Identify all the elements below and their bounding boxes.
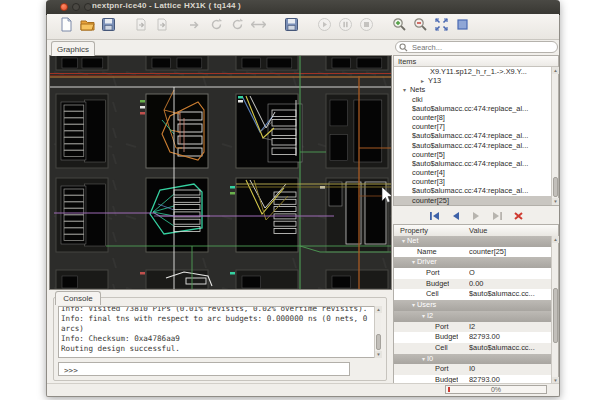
progress-label: 0% [446,386,546,393]
new-file-button[interactable] [57,17,76,36]
scroll-down-icon[interactable]: ▼ [375,351,382,358]
toolbar-group [282,17,301,36]
scroll-up-icon[interactable]: ▲ [375,306,382,313]
tree-item-label: counter[25] [412,196,449,205]
property-value: $auto$alumacc.cc... [469,289,549,300]
console-panel: Info: Visited 73810 PIPs (0.01% revisits… [53,297,387,381]
tree-item[interactable]: $auto$alumacc.cc:474:replace_al... [394,131,551,140]
property-row[interactable]: Cell$auto$alumacc.cc... [394,343,551,354]
minimize-button[interactable] [72,3,80,11]
save-image-icon [284,17,299,36]
console-input[interactable] [62,364,346,376]
property-name: Port [426,268,440,279]
property-row[interactable]: Cell$auto$alumacc.cc... [394,289,551,300]
search-box[interactable] [395,41,558,53]
app-window: nextpnr-ice40 - Lattice HX1K ( tq144 ) G… [46,0,560,397]
tree-expanded-icon[interactable]: ▾ [412,302,415,308]
go-forward-button [186,17,205,36]
tree-item[interactable]: $auto$alumacc.cc:474:replace_al... [394,104,551,113]
tree-item[interactable]: X9.Y11.sp12_h_r_1.->.X9.Y... [394,67,551,76]
scroll-up-icon[interactable]: ▲ [552,236,559,243]
next-item-button [469,210,483,222]
property-group-row[interactable]: ▾I2 [394,311,551,322]
property-panel: Property Value ▾NetNamecounter[25]▾Drive… [393,224,559,385]
zoom-out-button[interactable] [411,17,430,36]
property-column-header: Property [400,226,428,235]
tree-item[interactable]: counter[3] [394,177,551,186]
scroll-down-icon[interactable]: ▼ [552,198,559,205]
property-row[interactable]: PortI0 [394,364,551,375]
zoom-selection-button[interactable] [453,17,472,36]
console-log[interactable]: Info: Visited 73810 PIPs (0.01% revisits… [58,306,376,358]
search-input[interactable] [410,42,554,53]
tab-graphics[interactable]: Graphics [51,41,95,56]
property-row[interactable]: PortI2 [394,322,551,333]
items-scrollbar[interactable]: ▲ ▼ [551,67,558,205]
skip-first-item-button[interactable] [427,210,441,222]
tree-item-label: counter[7] [412,122,445,131]
tree-item-selected[interactable]: counter[25] [394,196,551,205]
tree-item[interactable]: counter[5] [394,150,551,159]
previous-item-button[interactable] [448,210,462,222]
graphics-canvas[interactable] [49,55,392,290]
property-scrollbar[interactable]: ▲ ▼ [551,236,558,384]
property-row[interactable]: Namecounter[25] [394,247,551,258]
zoom-outward-button[interactable] [432,17,451,36]
property-name: Cell [426,289,439,300]
property-group-row[interactable]: ▾Net [394,236,551,247]
tree-item-label: Nets [410,85,425,94]
tree-item[interactable]: counter[8] [394,113,551,122]
titlebar[interactable]: nextpnr-ice40 - Lattice HX1K ( tq144 ) [46,0,560,15]
tab-graphics-label: Graphics [57,45,89,54]
property-row[interactable]: Budget0.00 [394,279,551,290]
zoom-selection-icon [455,17,470,36]
pause-button [336,17,355,36]
property-name: Cell [435,343,448,354]
maximize-button[interactable] [84,3,92,11]
open-folder-button[interactable] [78,17,97,36]
toolbar-group [186,17,268,36]
tree-expanded-icon[interactable]: ▾ [403,86,410,94]
statusbar: 0% [47,383,559,396]
property-group-row[interactable]: ▾Users [394,300,551,311]
save-image-button[interactable] [282,17,301,36]
tree-item[interactable]: clki [394,95,551,104]
scroll-up-icon[interactable]: ▲ [552,67,559,74]
clear-item-button[interactable] [511,210,525,222]
tree-expanded-icon[interactable]: ▾ [412,259,415,265]
toolbar-group [57,17,118,36]
property-row[interactable]: Budget82793.00 [394,332,551,343]
tab-console[interactable]: Console [55,291,101,305]
tree-collapsed-icon[interactable]: ▸ [421,77,428,85]
property-value: $auto$alumacc.cc... [469,343,549,354]
tree-item[interactable]: counter[7] [394,122,551,131]
save-button[interactable] [99,17,118,36]
tree-item[interactable]: ▸Y13 [394,76,551,85]
tree-item[interactable]: $auto$alumacc.cc:474:replace_al... [394,186,551,195]
toolbar-group [390,17,472,36]
tree-item[interactable]: counter[4] [394,168,551,177]
property-row[interactable]: PortO [394,268,551,279]
tree-item[interactable]: $auto$alumacc.cc:474:replace_al... [394,141,551,150]
export-file-icon [134,17,149,36]
property-name: Port [435,364,449,375]
tree-expanded-icon[interactable]: ▾ [422,356,425,362]
console-input-box[interactable] [58,362,350,376]
console-scrollbar[interactable]: ▲ ▼ [374,306,381,358]
property-group-label: I0 [427,354,433,363]
property-value: 82793.00 [469,332,549,343]
property-group-row[interactable]: ▾Driver [394,257,551,268]
tree-expanded-icon[interactable]: ▾ [422,313,425,319]
toolbar-group [315,17,376,36]
toolbar [47,14,559,40]
close-button[interactable] [60,3,68,11]
tree-item[interactable]: $auto$alumacc.cc:474:replace_al... [394,159,551,168]
tree-item-label: counter[3] [412,177,445,186]
property-group-row[interactable]: ▾I0 [394,354,551,365]
tree-item[interactable]: ▾Nets [394,85,551,94]
open-folder-icon [80,17,95,36]
tree-expanded-icon[interactable]: ▾ [402,238,405,244]
item-navigation [393,208,559,223]
toolbar-group [132,17,172,36]
zoom-in-button[interactable] [390,17,409,36]
